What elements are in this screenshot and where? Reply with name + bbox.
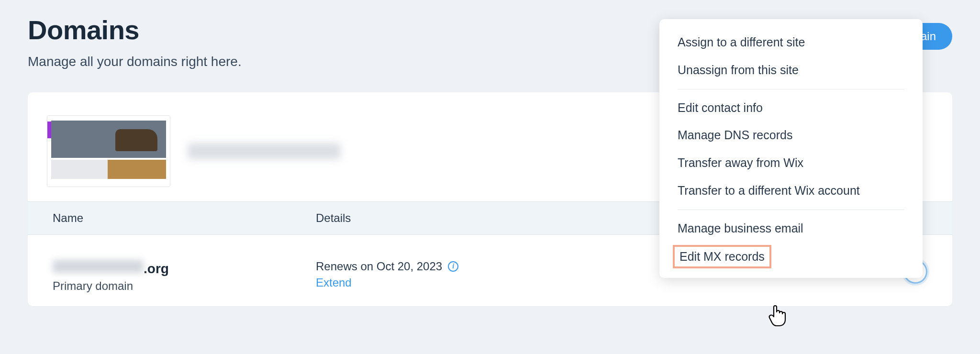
- domain-name-redacted: [53, 260, 144, 273]
- dd-unassign-site[interactable]: Unassign from this site: [659, 56, 923, 84]
- cursor-pointer-icon: [768, 303, 788, 327]
- domain-suffix: .org: [144, 261, 169, 277]
- extend-link[interactable]: Extend: [316, 276, 841, 289]
- page-title: Domains: [28, 14, 242, 45]
- dd-manage-email[interactable]: Manage business email: [659, 215, 923, 243]
- column-name: Name: [53, 211, 316, 225]
- page-subtitle: Manage all your domains right here.: [28, 54, 242, 69]
- dd-edit-contact[interactable]: Edit contact info: [659, 94, 923, 122]
- dd-edit-mx-records[interactable]: Edit MX records: [673, 245, 771, 268]
- dropdown-separator: [678, 210, 904, 210]
- site-name-redacted: [188, 143, 341, 159]
- domain-subtext: Primary domain: [53, 279, 316, 293]
- dropdown-separator: [678, 89, 904, 89]
- renewal-text: Renews on Oct 20, 2023: [316, 260, 442, 273]
- dd-transfer-account[interactable]: Transfer to a different Wix account: [659, 177, 923, 205]
- dd-transfer-away[interactable]: Transfer away from Wix: [659, 149, 923, 177]
- info-icon[interactable]: i: [448, 261, 458, 272]
- dd-assign-site[interactable]: Assign to a different site: [659, 29, 923, 56]
- dd-manage-dns[interactable]: Manage DNS records: [659, 122, 923, 149]
- actions-dropdown: Assign to a different site Unassign from…: [659, 19, 923, 278]
- site-thumbnail[interactable]: PREMIUM: [47, 115, 170, 187]
